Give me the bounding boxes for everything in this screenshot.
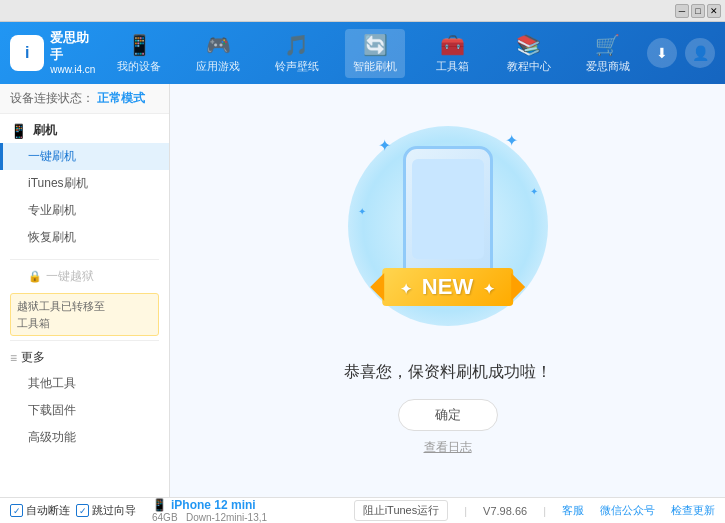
titlebar: ─ □ ✕ bbox=[0, 0, 725, 22]
sidebar-item-factory-flash[interactable]: 恢复刷机 bbox=[0, 224, 169, 251]
sidebar-item-advanced[interactable]: 高级功能 bbox=[0, 424, 169, 451]
logo-icon: i bbox=[10, 35, 44, 71]
sparkle-2: ✦ bbox=[505, 131, 518, 150]
sidebar-item-other-tools[interactable]: 其他工具 bbox=[0, 370, 169, 397]
sparkle-1: ✦ bbox=[378, 136, 391, 155]
sparkle-3: ✦ bbox=[530, 186, 538, 197]
close-btn[interactable]: ✕ bbox=[707, 4, 721, 18]
version-label: V7.98.66 bbox=[483, 505, 527, 517]
flash-section: 📱 刷机 一键刷机 iTunes刷机 专业刷机 恢复刷机 bbox=[0, 114, 169, 255]
account-btn[interactable]: 👤 bbox=[685, 38, 715, 68]
nav-app-game[interactable]: 🎮 应用游戏 bbox=[188, 29, 248, 78]
nav-tutorial[interactable]: 📚 教程中心 bbox=[499, 29, 559, 78]
support-link[interactable]: 客服 bbox=[562, 503, 584, 518]
success-illustration: ✦ ✦ ✦ ✦ NEW bbox=[348, 126, 548, 346]
device-info: 📱 iPhone 12 mini 64GB Down-12mini-13,1 bbox=[152, 498, 267, 523]
sidebar-item-download-firmware[interactable]: 下载固件 bbox=[0, 397, 169, 424]
nav-my-device[interactable]: 📱 我的设备 bbox=[109, 29, 169, 78]
lock-icon: 🔒 bbox=[28, 270, 42, 283]
new-banner: NEW bbox=[382, 268, 514, 306]
sidebar-item-itunes-flash[interactable]: iTunes刷机 bbox=[0, 170, 169, 197]
header: i 爱思助手 www.i4.cn 📱 我的设备 🎮 应用游戏 🎵 铃声壁纸 🔄 … bbox=[0, 22, 725, 84]
phone-screen bbox=[412, 159, 484, 259]
skip-wizard-check-icon: ✓ bbox=[76, 504, 89, 517]
header-right: ⬇ 👤 bbox=[647, 38, 715, 68]
logo-text: 爱思助手 www.i4.cn bbox=[50, 30, 100, 77]
flash-section-icon: 📱 bbox=[10, 123, 27, 139]
ribbon-tail-right bbox=[511, 273, 525, 301]
divider-1 bbox=[10, 259, 159, 260]
nav-items: 📱 我的设备 🎮 应用游戏 🎵 铃声壁纸 🔄 智能刷机 🧰 工具箱 📚 教程中心… bbox=[100, 29, 647, 78]
auto-disconnect-checkbox[interactable]: ✓ 自动断连 bbox=[10, 503, 70, 518]
more-icon: ≡ bbox=[10, 351, 17, 365]
minimize-btn[interactable]: ─ bbox=[675, 4, 689, 18]
music-icon: 🎵 bbox=[284, 33, 309, 57]
confirm-button[interactable]: 确定 bbox=[398, 399, 498, 431]
content-area: ✦ ✦ ✦ ✦ NEW 恭喜您，保资料刷机成功啦！ bbox=[170, 84, 725, 497]
sparkle-4: ✦ bbox=[358, 206, 366, 217]
device-details: 64GB Down-12mini-13,1 bbox=[152, 512, 267, 523]
review-log-link[interactable]: 查看日志 bbox=[424, 439, 472, 456]
greyed-jailbreak: 🔒 一键越狱 bbox=[0, 264, 169, 289]
itunes-block-btn[interactable]: 阻止iTunes运行 bbox=[354, 500, 449, 521]
ribbon-tail-left bbox=[370, 273, 384, 301]
more-section-header: ≡ 更多 bbox=[0, 345, 169, 370]
device-phone-icon: 📱 bbox=[152, 498, 167, 512]
skip-wizard-checkbox[interactable]: ✓ 跳过向导 bbox=[76, 503, 136, 518]
new-ribbon: NEW bbox=[382, 268, 514, 306]
logo[interactable]: i 爱思助手 www.i4.cn bbox=[10, 30, 100, 77]
nav-smart-flash[interactable]: 🔄 智能刷机 bbox=[345, 29, 405, 78]
success-message: 恭喜您，保资料刷机成功啦！ bbox=[344, 362, 552, 383]
phone-icon: 📱 bbox=[127, 33, 152, 57]
sidebar-item-pro-flash[interactable]: 专业刷机 bbox=[0, 197, 169, 224]
auto-disconnect-check-icon: ✓ bbox=[10, 504, 23, 517]
download-btn[interactable]: ⬇ bbox=[647, 38, 677, 68]
game-icon: 🎮 bbox=[206, 33, 231, 57]
divider-version: | bbox=[464, 505, 467, 517]
sidebar-item-one-click-flash[interactable]: 一键刷机 bbox=[0, 143, 169, 170]
bottom-left: ✓ 自动断连 ✓ 跳过向导 📱 iPhone 12 mini 64GB Down… bbox=[10, 498, 354, 523]
device-name: 📱 iPhone 12 mini bbox=[152, 498, 267, 512]
wechat-link[interactable]: 微信公众号 bbox=[600, 503, 655, 518]
toolbox-icon: 🧰 bbox=[440, 33, 465, 57]
flash-icon: 🔄 bbox=[363, 33, 388, 57]
divider-2 bbox=[10, 340, 159, 341]
flash-section-header: 📱 刷机 bbox=[0, 118, 169, 143]
store-icon: 🛒 bbox=[595, 33, 620, 57]
notice-box: 越狱工具已转移至 工具箱 bbox=[10, 293, 159, 336]
nav-toolbox[interactable]: 🧰 工具箱 bbox=[424, 29, 480, 78]
book-icon: 📚 bbox=[516, 33, 541, 57]
divider-support: | bbox=[543, 505, 546, 517]
maximize-btn[interactable]: □ bbox=[691, 4, 705, 18]
update-link[interactable]: 检查更新 bbox=[671, 503, 715, 518]
sidebar: 设备连接状态： 正常模式 📱 刷机 一键刷机 iTunes刷机 专业刷机 恢复刷… bbox=[0, 84, 170, 497]
nav-ringtone[interactable]: 🎵 铃声壁纸 bbox=[267, 29, 327, 78]
status-bar: 设备连接状态： 正常模式 bbox=[0, 84, 169, 114]
bottom-right: 阻止iTunes运行 | V7.98.66 | 客服 微信公众号 检查更新 bbox=[354, 500, 715, 521]
nav-store[interactable]: 🛒 爱思商城 bbox=[578, 29, 638, 78]
bottom-bar: ✓ 自动断连 ✓ 跳过向导 📱 iPhone 12 mini 64GB Down… bbox=[0, 497, 725, 523]
main-container: 设备连接状态： 正常模式 📱 刷机 一键刷机 iTunes刷机 专业刷机 恢复刷… bbox=[0, 84, 725, 497]
